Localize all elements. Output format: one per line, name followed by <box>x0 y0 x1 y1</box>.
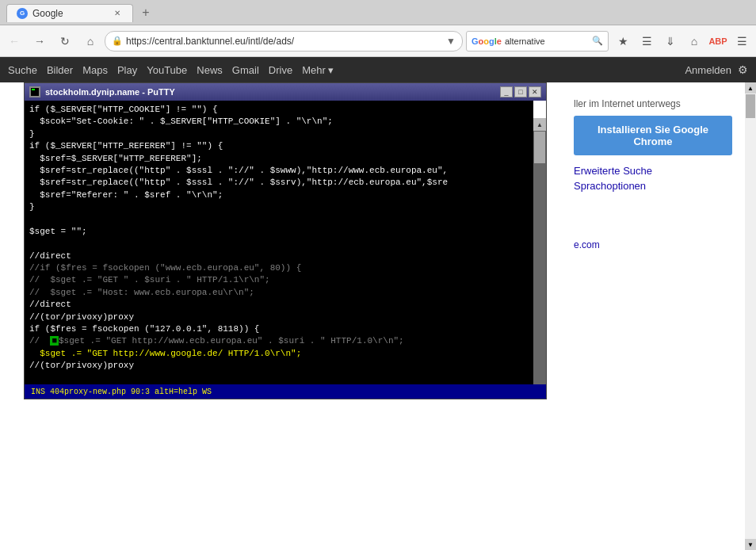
nav-suche[interactable]: Suche <box>8 64 37 76</box>
nav-news[interactable]: News <box>197 64 223 76</box>
putty-titlebar: stockholm.dynip.name - PuTTY _ □ ✕ <box>25 83 546 101</box>
terminal-line-4: if ($_SERVER["HTTP_REFERER"] != "") { <box>29 140 529 152</box>
bookmark-list-button[interactable]: ☰ <box>636 30 658 52</box>
back-button[interactable]: ← <box>3 30 25 52</box>
tagline-text: ller im Internet unterwegs <box>574 98 732 109</box>
settings-icon[interactable]: ⚙ <box>738 63 748 76</box>
putty-scroll-track <box>533 131 546 384</box>
forward-button[interactable]: → <box>29 30 51 52</box>
browser-window: G Google ✕ + ← → ↻ ⌂ 🔒 https://central.b… <box>0 0 756 550</box>
putty-body: if ($_SERVER["HTTP_COOKIE"] != "") { $sc… <box>25 101 546 384</box>
toolbar-icons: ★ ☰ ⇓ ⌂ ABP ☰ <box>612 30 753 52</box>
google-nav-right: Anmelden ⚙ <box>685 63 748 76</box>
nav-bilder[interactable]: Bilder <box>47 64 73 76</box>
terminal-line-8: $sref="Referer: " . $sref . "\r\n"; <box>29 189 529 201</box>
title-bar: G Google ✕ + <box>0 0 756 25</box>
terminal-line-2: $scok="Set-Cookie: " . $_SERVER["HTTP_CO… <box>29 116 529 128</box>
adblock-button[interactable]: ABP <box>707 30 729 52</box>
active-tab[interactable]: G Google ✕ <box>6 4 133 22</box>
putty-statusbar: INS 404proxy-new.php 90:3 altH=help WS <box>25 384 546 399</box>
svg-rect-2 <box>32 89 35 90</box>
terminal-line-13: //direct <box>29 250 529 262</box>
nav-mehr[interactable]: Mehr ▾ <box>302 64 334 76</box>
terminal-line-9: } <box>29 201 529 213</box>
scroll-thumb[interactable] <box>746 94 755 118</box>
nav-play[interactable]: Play <box>117 64 137 76</box>
terminal-line-10 <box>29 214 529 226</box>
putty-close-button[interactable]: ✕ <box>529 86 541 97</box>
terminal-line-21: $sget .= "GET http://www.google.de/ HTTP… <box>29 348 529 360</box>
nav-youtube[interactable]: YouTube <box>147 64 187 76</box>
terminal-line-3: } <box>29 128 529 140</box>
search-query: alternative <box>505 36 545 46</box>
google-nav-bar: Suche Bilder Maps Play YouTube News Gmai… <box>0 57 756 82</box>
putty-status-text: INS 404proxy-new.php 90:3 altH=help WS <box>31 388 212 396</box>
terminal-line-5: $sref=$_SERVER["HTTP_REFERER"]; <box>29 153 529 165</box>
menu-button[interactable]: ☰ <box>731 30 753 52</box>
tab-title: Google <box>32 8 63 19</box>
putty-controls: _ □ ✕ <box>500 86 541 97</box>
putty-scrollbar[interactable]: ▲ ▼ <box>533 118 546 384</box>
scroll-track <box>745 94 756 539</box>
terminal-line-22: //(tor/privoxy)proxy <box>29 360 529 372</box>
terminal-line-1: if ($_SERVER["HTTP_COOKIE"] != "") { <box>29 104 529 116</box>
tab-close-button[interactable]: ✕ <box>112 8 123 19</box>
home-button[interactable]: ⌂ <box>79 30 101 52</box>
bookmark-star-button[interactable]: ★ <box>612 30 634 52</box>
nav-gmail[interactable]: Gmail <box>232 64 259 76</box>
url-text: https://central.banktunnel.eu/intl/de/ad… <box>126 36 443 47</box>
erweiterte-suche-link[interactable]: Erweiterte Suche <box>574 165 732 177</box>
scroll-down-arrow[interactable]: ▼ <box>745 539 756 550</box>
scroll-up-arrow[interactable]: ▲ <box>745 82 756 94</box>
terminal-line-14: //if ($fres = fsockopen ("www.ecb.europa… <box>29 262 529 274</box>
ssl-icon: 🔒 <box>112 36 123 46</box>
putty-window[interactable]: stockholm.dynip.name - PuTTY _ □ ✕ if ($… <box>24 82 547 399</box>
nav-drive[interactable]: Drive <box>269 64 292 76</box>
terminal-line-6: $sref=str_replace(("http" . $sssl . "://… <box>29 165 529 177</box>
putty-scroll-thumb[interactable] <box>534 132 545 163</box>
putty-minimize-button[interactable]: _ <box>500 86 513 97</box>
terminal-line-12 <box>29 238 529 250</box>
chrome-install-banner[interactable]: Installieren Sie Google Chrome <box>574 116 732 155</box>
putty-title: stockholm.dynip.name - PuTTY <box>45 87 500 97</box>
search-magnifier-icon: 🔍 <box>592 36 603 46</box>
url-dropdown[interactable]: ▼ <box>446 36 456 47</box>
terminal-line-19: if ($fres = fsockopen ("127.0.0.1", 8118… <box>29 323 529 335</box>
terminal-line-15: // $sget .= "GET " . $suri . " HTTP/1.1\… <box>29 274 529 286</box>
anmelden-button[interactable]: Anmelden <box>685 64 731 76</box>
terminal-line-17: //direct <box>29 299 529 311</box>
terminal-line-20: // ■$sget .= "GET http://www.ecb.europa.… <box>29 335 529 347</box>
tab-favicon: G <box>17 8 28 19</box>
nav-maps[interactable]: Maps <box>82 64 108 76</box>
nav-bar: ← → ↻ ⌂ 🔒 https://central.banktunnel.eu/… <box>0 25 756 57</box>
right-panel: ller im Internet unterwegs Installieren … <box>566 90 740 258</box>
putty-scroll-up-button[interactable]: ▲ <box>533 118 546 131</box>
main-content: stockholm.dynip.name - PuTTY _ □ ✕ if ($… <box>0 82 756 550</box>
sprachoptionen-link[interactable]: Sprachoptionen <box>574 180 732 192</box>
url-bar[interactable]: 🔒 https://central.banktunnel.eu/intl/de/… <box>105 31 463 52</box>
ad-link[interactable]: e.com <box>574 239 732 250</box>
putty-terminal[interactable]: if ($_SERVER["HTTP_COOKIE"] != "") { $sc… <box>25 101 533 384</box>
putty-maximize-button[interactable]: □ <box>514 86 527 97</box>
home-nav-button[interactable]: ⌂ <box>683 30 705 52</box>
putty-icon <box>29 86 40 97</box>
search-engine-logo: Google <box>472 36 502 46</box>
search-bar[interactable]: Google alternative 🔍 <box>466 31 609 52</box>
new-tab-button[interactable]: + <box>136 3 155 22</box>
terminal-line-7: $sref=str_replace(("http" . $sssl . "://… <box>29 177 529 189</box>
download-button[interactable]: ⇓ <box>659 30 682 52</box>
terminal-line-11: $sget = ""; <box>29 226 529 238</box>
terminal-line-18: //(tor/privoxy)proxy <box>29 311 529 323</box>
tab-bar: G Google ✕ + <box>6 3 750 22</box>
browser-scrollbar[interactable]: ▲ ▼ <box>745 82 756 550</box>
right-links-container: Erweiterte Suche Sprachoptionen <box>574 165 732 192</box>
refresh-button[interactable]: ↻ <box>54 30 76 52</box>
terminal-line-16: // $sget .= "Host: www.ecb.europa.eu\r\n… <box>29 287 529 299</box>
